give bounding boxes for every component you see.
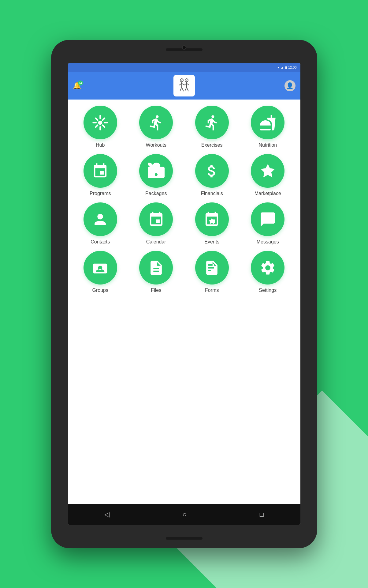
grid-item-messages[interactable]: Messages (241, 202, 294, 245)
svg-marker-13 (261, 164, 275, 177)
svg-line-5 (182, 83, 184, 85)
app-logo[interactable] (173, 75, 195, 96)
financials-icon-circle (195, 154, 229, 188)
grid-item-groups[interactable]: Groups (74, 251, 127, 293)
settings-label: Settings (259, 288, 277, 293)
hub-label: Hub (96, 142, 105, 148)
notification-badge: 34 (78, 81, 83, 85)
calendar-label: Calendar (146, 239, 166, 245)
calendar-icon-circle (139, 202, 173, 236)
groups-icon-circle (84, 251, 117, 285)
wifi-icon: ▾ (277, 66, 279, 70)
forms-label: Forms (205, 288, 219, 293)
status-bar: ▾ ▲ ▮ 12:00 (68, 63, 300, 72)
nutrition-label: Nutrition (258, 142, 277, 148)
financials-label: Financials (201, 191, 223, 196)
grid-item-files[interactable]: Files (130, 251, 183, 293)
grid-item-packages[interactable]: Packages (130, 154, 183, 196)
grid-item-events[interactable]: Events (186, 202, 239, 245)
grid-item-programs[interactable]: Programs (74, 154, 127, 196)
time-display: 12:00 (288, 66, 297, 69)
packages-icon-circle (139, 154, 173, 188)
tablet: ▾ ▲ ▮ 12:00 🔔 34 (51, 40, 317, 548)
forms-icon-circle (195, 251, 229, 285)
signal-icon: ▲ (281, 66, 284, 69)
svg-line-4 (179, 83, 182, 85)
svg-line-6 (184, 83, 187, 85)
nav-bar: ◁ ○ □ (68, 504, 300, 525)
menu-grid: HubWorkoutsExercisesNutritionProgramsPac… (74, 106, 294, 293)
messages-icon-circle (251, 202, 284, 236)
grid-item-calendar[interactable]: Calendar (130, 202, 183, 245)
exercises-label: Exercises (201, 142, 222, 148)
app-bar: 🔔 34 (68, 72, 300, 100)
grid-item-workouts[interactable]: Workouts (130, 106, 183, 148)
groups-label: Groups (92, 288, 108, 293)
programs-icon-circle (84, 154, 117, 188)
workouts-icon-circle (139, 106, 173, 139)
svg-line-8 (180, 87, 182, 91)
svg-line-9 (182, 87, 184, 91)
battery-icon: ▮ (285, 66, 287, 70)
grid-item-exercises[interactable]: Exercises (186, 106, 239, 148)
programs-label: Programs (90, 191, 111, 196)
workouts-label: Workouts (146, 142, 166, 148)
grid-item-hub[interactable]: Hub (74, 106, 127, 148)
marketplace-label: Marketplace (255, 191, 281, 196)
user-avatar[interactable]: 👤 (284, 80, 296, 91)
grid-item-contacts[interactable]: Contacts (74, 202, 127, 245)
svg-point-12 (98, 120, 102, 125)
events-icon-circle (195, 202, 229, 236)
marketplace-icon-circle (251, 154, 284, 188)
grid-item-financials[interactable]: Financials (186, 154, 239, 196)
tablet-screen: ▾ ▲ ▮ 12:00 🔔 34 (68, 63, 300, 525)
status-icons: ▾ ▲ ▮ 12:00 (277, 66, 296, 70)
recent-button[interactable]: □ (260, 511, 264, 518)
files-label: Files (151, 288, 161, 293)
hub-icon-circle (84, 106, 117, 139)
grid-item-nutrition[interactable]: Nutrition (241, 106, 294, 148)
back-button[interactable]: ◁ (104, 511, 110, 518)
notification-bell-wrap[interactable]: 🔔 34 (73, 82, 81, 90)
svg-line-11 (187, 87, 188, 91)
main-content: HubWorkoutsExercisesNutritionProgramsPac… (68, 96, 300, 504)
contacts-icon-circle (84, 202, 117, 236)
files-icon-circle (139, 251, 173, 285)
nutrition-icon-circle (251, 106, 284, 139)
grid-item-settings[interactable]: Settings (241, 251, 294, 293)
settings-icon-circle (251, 251, 284, 285)
grid-item-marketplace[interactable]: Marketplace (241, 154, 294, 196)
bottom-speaker (166, 537, 203, 540)
home-button[interactable]: ○ (183, 511, 187, 518)
exercises-icon-circle (195, 106, 229, 139)
front-camera (182, 45, 186, 50)
events-label: Events (204, 239, 219, 245)
svg-line-10 (185, 87, 187, 91)
contacts-label: Contacts (91, 239, 110, 245)
grid-item-forms[interactable]: Forms (186, 251, 239, 293)
packages-label: Packages (145, 191, 167, 196)
svg-line-7 (187, 83, 189, 85)
messages-label: Messages (257, 239, 279, 245)
logo-image (175, 77, 193, 95)
